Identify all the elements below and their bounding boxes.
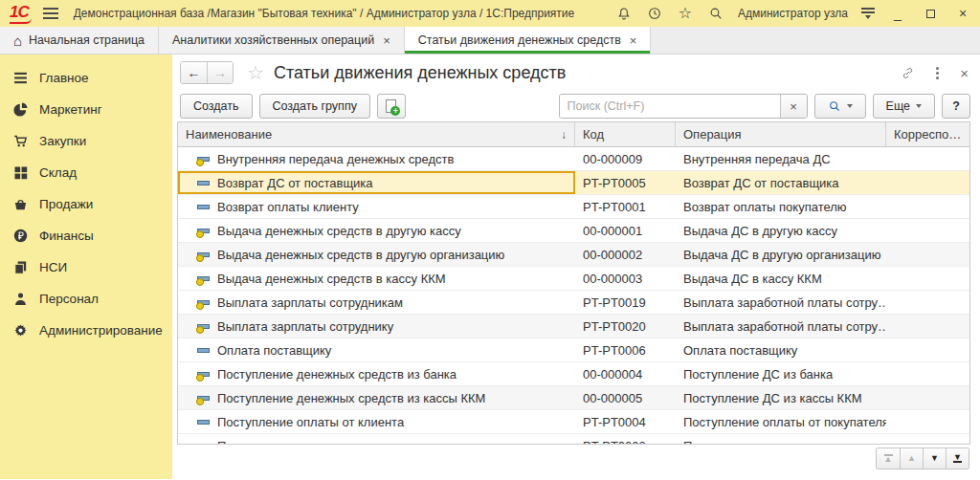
item-operation: Поступление оплаты от покупателя (676, 410, 886, 433)
column-header-operation[interactable]: Операция (676, 122, 886, 146)
close-tab-icon[interactable]: × (630, 33, 637, 48)
close-tab-icon[interactable]: × (383, 33, 390, 48)
sidebar-item-finance-ruble[interactable]: Финансы (0, 220, 172, 251)
table-row[interactable]: Поступление денежных средств из кассы КК… (178, 386, 969, 410)
notifications-bell-icon[interactable] (615, 5, 633, 22)
column-header-code[interactable]: Код (575, 122, 676, 146)
table-row[interactable]: Оплата поставщику PT-PT0006 Оплата поста… (178, 338, 969, 362)
item-name: Выдача денежных средств в кассу ККМ (217, 272, 446, 286)
table-row[interactable]: Поступление оплаты от клиента PT-PT0004 … (178, 410, 969, 434)
item-correspondence (886, 291, 969, 314)
go-to-last-button[interactable]: ▼ (946, 448, 969, 469)
close-window-icon[interactable]: × (953, 6, 972, 21)
item-code: PT-PT0001 (575, 195, 676, 218)
item-code: PT-PT0020 (575, 315, 676, 338)
item-name: Поступление оплаты от клиента (217, 415, 404, 429)
forward-button[interactable]: → (207, 62, 233, 83)
item-operation: Возврат оплаты покупателю (676, 195, 886, 218)
sidebar-item-warehouse-grid[interactable]: Склад (0, 157, 172, 188)
item-name: Возврат ДС от поставщика (217, 176, 373, 190)
table-body: Внутренняя передача денежных средств 00-… (178, 147, 969, 445)
table-row[interactable]: Возврат ДС от поставщика PT-PT0005 Возвр… (178, 171, 969, 195)
item-operation: Выплата заработной платы сотру… (676, 315, 886, 338)
sidebar-item-personnel-person[interactable]: Персонал (0, 283, 172, 315)
clear-search-icon[interactable]: × (780, 95, 807, 118)
sidebar-item-label: Продажи (39, 197, 93, 211)
sidebar-item-marketing-pie[interactable]: Маркетинг (0, 94, 172, 125)
tab-home[interactable]: ⌂ Начальная страница (0, 27, 159, 54)
item-correspondence (886, 386, 969, 409)
table-row[interactable]: Выдача денежных средств в другую организ… (178, 243, 969, 267)
tab-cash-flow-items[interactable]: Статьи движения денежных средств × (405, 27, 652, 54)
sidebar-item-administration-gear[interactable]: Администрирование (0, 315, 172, 346)
item-name: Выплата зарплаты сотрудникам (217, 295, 403, 310)
back-button[interactable]: ← (181, 62, 207, 83)
global-search-icon[interactable] (707, 5, 724, 22)
table-row[interactable]: Внутренняя передача денежных средств 00-… (178, 147, 969, 171)
more-actions-button[interactable]: Еще (873, 94, 935, 119)
main-menu-hamburger-icon[interactable] (43, 8, 58, 19)
item-code: 00-000009 (575, 147, 676, 170)
list-item-icon (197, 205, 210, 209)
item-name: Выплата зарплаты сотруднику (217, 319, 393, 334)
previous-page-button[interactable]: ▲ (900, 448, 923, 469)
go-to-first-button[interactable]: ▲ (877, 448, 900, 469)
sidebar-item-icon (12, 291, 29, 307)
cash-flow-items-table: Наименование ↓ Код Операция Корреспо… Вн… (177, 121, 970, 445)
tab-bar: ⌂ Начальная страница Аналитики хозяйстве… (0, 27, 980, 55)
table-row[interactable]: Поступление денежных средств из банка 00… (178, 362, 969, 386)
sidebar-item-label: Закупки (39, 134, 86, 148)
table-row[interactable]: Выдача денежных средств в другую кассу 0… (178, 219, 969, 243)
search-options-button[interactable] (814, 94, 866, 119)
sidebar-item-label: НСИ (39, 260, 67, 274)
list-item-icon (197, 252, 210, 257)
column-header-name[interactable]: Наименование ↓ (178, 122, 575, 146)
favorites-star-icon[interactable]: ☆ (677, 5, 694, 22)
add-to-favorites-star-icon[interactable]: ☆ (247, 61, 264, 84)
column-header-correspondence[interactable]: Корреспо… (886, 122, 969, 146)
item-operation: Выдача ДС в другую кассу (676, 219, 886, 242)
item-code: 00-000001 (575, 219, 676, 242)
sidebar-item-purchases-cart[interactable]: Закупки (0, 125, 172, 157)
item-correspondence (886, 171, 969, 194)
sidebar-item-main-lines[interactable]: Главное (0, 62, 172, 94)
item-code: PT-PT0005 (575, 171, 676, 194)
next-page-button[interactable]: ▼ (923, 448, 946, 469)
copy-item-button[interactable]: + (377, 94, 406, 119)
table-row[interactable]: Выплата зарплаты сотрудникам PT-PT0019 В… (178, 291, 969, 315)
tab-label: Начальная страница (29, 33, 145, 47)
list-item-icon (197, 276, 210, 281)
search-icon (828, 99, 841, 113)
table-row[interactable]: Поступление… PT-PT0003 Поступление… (178, 434, 969, 445)
item-name: Поступление денежных средств из банка (217, 367, 457, 382)
table-row[interactable]: Возврат оплаты клиенту PT-PT0001 Возврат… (178, 195, 969, 219)
maximize-icon[interactable] (921, 6, 940, 21)
help-button[interactable]: ? (942, 94, 970, 119)
current-user-label[interactable]: Администратор узла (738, 7, 848, 20)
sidebar-item-nsi-books[interactable]: НСИ (0, 251, 172, 283)
sidebar-item-icon (12, 70, 29, 86)
create-button[interactable]: Создать (180, 94, 253, 119)
history-clock-icon[interactable] (646, 5, 663, 22)
tab-analytics[interactable]: Аналитики хозяйственных операций × (159, 27, 405, 54)
list-pager: ▲ ▲ ▼ ▼ (876, 447, 969, 469)
more-menu-icon[interactable] (936, 67, 939, 79)
panel-header: ← → ☆ Статьи движения денежных средств × (172, 55, 980, 91)
sidebar-item-icon (12, 228, 29, 244)
list-item-icon (197, 372, 210, 377)
item-operation: Поступление ДС из банка (676, 362, 886, 385)
get-link-icon[interactable] (901, 66, 915, 80)
sidebar-item-sales-basket[interactable]: Продажи (0, 188, 172, 220)
list-item-icon (197, 324, 210, 329)
item-code: 00-000004 (575, 362, 676, 385)
table-row[interactable]: Выдача денежных средств в кассу ККМ 00-0… (178, 267, 969, 291)
close-panel-icon[interactable]: × (960, 65, 969, 81)
copy-document-icon: + (386, 99, 396, 113)
search-input[interactable] (560, 95, 780, 118)
minimize-icon[interactable]: _ (888, 6, 907, 21)
table-row[interactable]: Выплата зарплаты сотруднику PT-PT0020 Вы… (178, 315, 969, 338)
sidebar-item-label: Персонал (39, 292, 99, 306)
item-code: PT-PT0019 (575, 291, 676, 314)
create-group-button[interactable]: Создать группу (259, 94, 370, 119)
service-menu-icon[interactable] (861, 8, 875, 19)
